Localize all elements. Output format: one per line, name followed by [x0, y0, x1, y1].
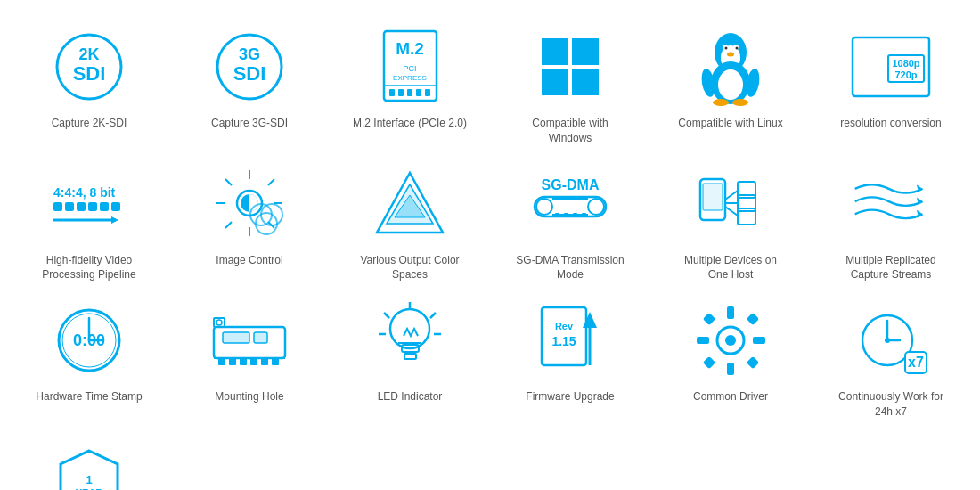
svg-point-24 — [725, 47, 728, 50]
svg-rect-75 — [582, 213, 586, 217]
svg-text:2K: 2K — [78, 45, 99, 63]
continuously-work-label: Continuously Work for 24h x7 — [833, 389, 949, 420]
svg-text:3G: 3G — [239, 45, 260, 63]
svg-rect-100 — [240, 358, 247, 365]
svg-text:PCI: PCI — [403, 64, 416, 73]
feature-capture-3g-sdi: 3G SDI Capture 3G-SDI — [169, 18, 330, 155]
svg-text:SDI: SDI — [233, 62, 266, 85]
svg-point-119 — [725, 335, 736, 346]
image-control-icon — [209, 164, 290, 244]
svg-text:1.15: 1.15 — [551, 334, 576, 348]
svg-rect-101 — [250, 358, 257, 365]
led-indicator-icon — [370, 300, 450, 380]
svg-point-131 — [885, 338, 890, 343]
svg-rect-41 — [88, 202, 97, 211]
svg-line-109 — [384, 313, 389, 318]
compatible-windows-label: Compatible with Windows — [512, 116, 628, 146]
output-color-spaces-label: Various Output Color Spaces — [352, 253, 468, 283]
svg-point-65 — [588, 199, 604, 215]
svg-point-28 — [718, 69, 743, 100]
svg-point-26 — [727, 53, 734, 57]
capture-3g-sdi-icon: 3G SDI — [209, 27, 290, 107]
multiple-replicated-icon — [851, 164, 931, 244]
sg-dma-label: SG-DMA Transmission Mode — [512, 253, 628, 283]
compatible-linux-label: Compatible with Linux — [678, 116, 782, 131]
m2-interface-label: M.2 Interface (PCIe 2.0) — [353, 116, 467, 131]
svg-text:M.2: M.2 — [396, 39, 424, 58]
svg-rect-18 — [542, 69, 568, 95]
svg-point-25 — [736, 47, 739, 50]
feature-hardware-timestamp: 0:00 Hardware Time Stamp — [9, 291, 169, 429]
compatible-windows-icon — [530, 27, 610, 107]
feature-compatible-linux: Compatible with Linux — [650, 18, 811, 155]
svg-line-54 — [225, 222, 232, 228]
feature-m2-interface: M.2 PCI EXPRESS M.2 Interface (PCIe 2.0) — [330, 18, 490, 155]
sg-dma-icon: SG-DMA — [530, 164, 610, 244]
svg-rect-71 — [582, 196, 586, 200]
svg-text:1080p: 1080p — [892, 58, 919, 69]
multiple-devices-icon — [690, 164, 771, 244]
svg-line-78 — [725, 191, 738, 200]
svg-line-53 — [268, 179, 274, 185]
mounting-hole-icon — [209, 300, 290, 380]
svg-line-110 — [430, 313, 436, 318]
feature-firmware-upgrade: Rev 1.15 Firmware Upgrade — [490, 291, 650, 429]
svg-rect-63 — [535, 197, 606, 216]
svg-rect-39 — [65, 202, 74, 211]
feature-image-control: Image Control — [169, 155, 330, 292]
svg-rect-19 — [572, 69, 599, 95]
svg-text:4:4:4, 8 bit: 4:4:4, 8 bit — [53, 185, 116, 200]
image-control-label: Image Control — [216, 253, 282, 268]
svg-text:SG-DMA: SG-DMA — [542, 177, 600, 192]
common-driver-icon — [690, 300, 771, 380]
feature-high-fidelity: 4:4:4, 8 bit High-fidelity Video Process… — [9, 155, 169, 292]
svg-rect-99 — [229, 358, 236, 365]
svg-rect-40 — [77, 202, 86, 211]
feature-continuously-work: x7 Continuously Work for 24h x7 — [811, 291, 971, 429]
resolution-conversion-icon: 1080p 720p — [851, 27, 931, 107]
high-fidelity-icon: 4:4:4, 8 bit — [49, 164, 129, 244]
firmware-upgrade-icon: Rev 1.15 — [530, 300, 610, 380]
svg-rect-95 — [223, 332, 249, 343]
svg-rect-43 — [111, 202, 120, 211]
svg-line-51 — [225, 179, 232, 185]
svg-marker-45 — [111, 216, 118, 224]
capture-2k-sdi-label: Capture 2K-SDI — [52, 116, 127, 131]
feature-warranty: 1 YEAR 1-year Warranty — [9, 437, 169, 490]
svg-rect-14 — [416, 89, 421, 96]
multiple-replicated-label: Multiple Replicated Capture Streams — [833, 253, 949, 283]
feature-multiple-replicated: Multiple Replicated Capture Streams — [811, 155, 971, 292]
svg-rect-124 — [702, 313, 715, 325]
feature-common-driver: Common Driver — [650, 291, 811, 429]
svg-rect-77 — [703, 184, 723, 210]
m2-interface-icon: M.2 PCI EXPRESS — [370, 27, 450, 107]
svg-point-64 — [536, 199, 552, 215]
svg-rect-15 — [425, 89, 430, 96]
svg-text:x7: x7 — [908, 355, 924, 370]
svg-point-29 — [713, 99, 729, 106]
feature-capture-2k-sdi: 2K SDI Capture 2K-SDI — [9, 18, 169, 155]
svg-rect-96 — [254, 332, 267, 343]
common-driver-label: Common Driver — [693, 389, 768, 404]
svg-rect-121 — [727, 363, 734, 375]
feature-led-indicator: LED Indicator — [330, 291, 490, 429]
hardware-timestamp-label: Hardware Time Stamp — [36, 389, 142, 404]
svg-rect-107 — [404, 354, 416, 359]
svg-rect-103 — [272, 358, 279, 365]
svg-rect-74 — [573, 213, 577, 217]
feature-multiple-devices: Multiple Devices on One Host — [650, 155, 811, 292]
led-indicator-label: LED Indicator — [378, 389, 443, 404]
svg-rect-69 — [564, 196, 568, 200]
svg-text:720p: 720p — [894, 69, 917, 80]
mounting-hole-label: Mounting Hole — [215, 389, 283, 404]
svg-rect-73 — [564, 213, 568, 217]
svg-rect-11 — [389, 89, 395, 96]
svg-rect-42 — [100, 202, 109, 211]
svg-rect-98 — [218, 358, 225, 365]
firmware-upgrade-label: Firmware Upgrade — [526, 389, 614, 404]
svg-rect-102 — [261, 358, 268, 365]
svg-rect-17 — [572, 38, 599, 65]
svg-rect-68 — [555, 196, 559, 200]
svg-rect-38 — [53, 202, 62, 211]
output-color-spaces-icon — [370, 164, 450, 244]
